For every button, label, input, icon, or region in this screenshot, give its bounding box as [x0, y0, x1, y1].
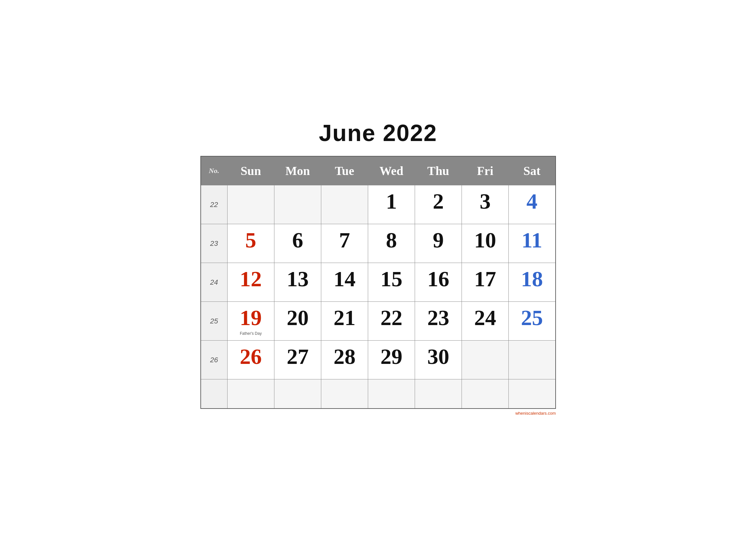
day-cell: [321, 380, 368, 408]
day-number: 6: [292, 228, 303, 252]
week-number: 23: [201, 224, 228, 263]
day-cell: [274, 185, 321, 224]
day-number: 25: [521, 305, 543, 330]
day-cell: 1: [368, 185, 415, 224]
day-number: 19: [240, 305, 262, 330]
day-number: 7: [339, 228, 350, 252]
day-cell: 6: [274, 224, 321, 263]
day-cell: 25: [508, 302, 555, 341]
day-cell: [227, 185, 274, 224]
day-number: 22: [380, 305, 402, 330]
day-number: 28: [334, 344, 356, 369]
day-cell: [462, 380, 508, 408]
day-cell: 11: [508, 224, 555, 263]
day-number: 21: [334, 305, 356, 330]
day-cell: [462, 341, 508, 380]
day-cell: 10: [462, 224, 508, 263]
day-number: 14: [334, 267, 356, 291]
day-cell: [508, 341, 555, 380]
day-number: 16: [427, 267, 449, 291]
day-cell: 23: [415, 302, 462, 341]
day-cell: 30: [415, 341, 462, 380]
day-cell: 8: [368, 224, 415, 263]
day-cell: 19Father's Day: [227, 302, 274, 341]
week-number: 22: [201, 185, 228, 224]
day-cell: 14: [321, 263, 368, 302]
day-number: 23: [427, 305, 449, 330]
week-number: 26: [201, 341, 228, 380]
day-number: 2: [433, 189, 444, 213]
holiday-label: Father's Day: [231, 331, 271, 336]
day-number: 17: [474, 267, 496, 291]
day-number: 30: [427, 344, 449, 369]
header-fri: Fri: [462, 156, 508, 185]
day-cell: 16: [415, 263, 462, 302]
day-cell: 3: [462, 185, 508, 224]
week-number: 24: [201, 263, 228, 302]
day-cell: 21: [321, 302, 368, 341]
calendar-table: No. Sun Mon Tue Wed Thu Fri Sat 22123423…: [201, 156, 556, 409]
day-cell: 24: [462, 302, 508, 341]
day-number: 29: [380, 344, 402, 369]
day-number: 15: [380, 267, 402, 291]
day-cell: 2: [415, 185, 462, 224]
day-number: 13: [287, 267, 309, 291]
calendar-wrapper: June 2022 No. Sun Mon Tue Wed Thu Fri Sa…: [201, 120, 556, 416]
day-number: 24: [474, 305, 496, 330]
week-number: 25: [201, 302, 228, 341]
day-cell: 28: [321, 341, 368, 380]
day-cell: [321, 185, 368, 224]
day-cell: 20: [274, 302, 321, 341]
watermark-link[interactable]: wheniscalendars.com: [515, 411, 555, 416]
header-sat: Sat: [508, 156, 555, 185]
header-no: No.: [201, 156, 228, 185]
day-cell: 12: [227, 263, 274, 302]
day-number: 27: [287, 344, 309, 369]
day-cell: 5: [227, 224, 274, 263]
day-number: 3: [480, 189, 491, 213]
header-mon: Mon: [274, 156, 321, 185]
day-cell: 15: [368, 263, 415, 302]
day-cell: 26: [227, 341, 274, 380]
watermark: wheniscalendars.com: [201, 411, 556, 416]
day-cell: [368, 380, 415, 408]
header-thu: Thu: [415, 156, 462, 185]
day-number: 20: [287, 305, 309, 330]
day-number: 9: [433, 228, 444, 252]
day-cell: 9: [415, 224, 462, 263]
header-sun: Sun: [227, 156, 274, 185]
day-cell: 27: [274, 341, 321, 380]
day-cell: 4: [508, 185, 555, 224]
day-number: 8: [386, 228, 397, 252]
day-number: 11: [522, 228, 542, 252]
day-cell: [508, 380, 555, 408]
day-cell: 7: [321, 224, 368, 263]
day-cell: [274, 380, 321, 408]
header-tue: Tue: [321, 156, 368, 185]
week-number: [201, 380, 228, 408]
calendar-title: June 2022: [201, 120, 556, 146]
day-cell: 22: [368, 302, 415, 341]
day-number: 4: [526, 189, 537, 213]
day-cell: 18: [508, 263, 555, 302]
day-number: 12: [240, 267, 262, 291]
day-number: 5: [245, 228, 256, 252]
day-cell: 29: [368, 341, 415, 380]
header-wed: Wed: [368, 156, 415, 185]
day-cell: 17: [462, 263, 508, 302]
day-cell: 13: [274, 263, 321, 302]
day-number: 1: [386, 189, 397, 213]
day-cell: [415, 380, 462, 408]
day-number: 18: [521, 267, 543, 291]
day-number: 26: [240, 344, 262, 369]
day-number: 10: [474, 228, 496, 252]
day-cell: [227, 380, 274, 408]
